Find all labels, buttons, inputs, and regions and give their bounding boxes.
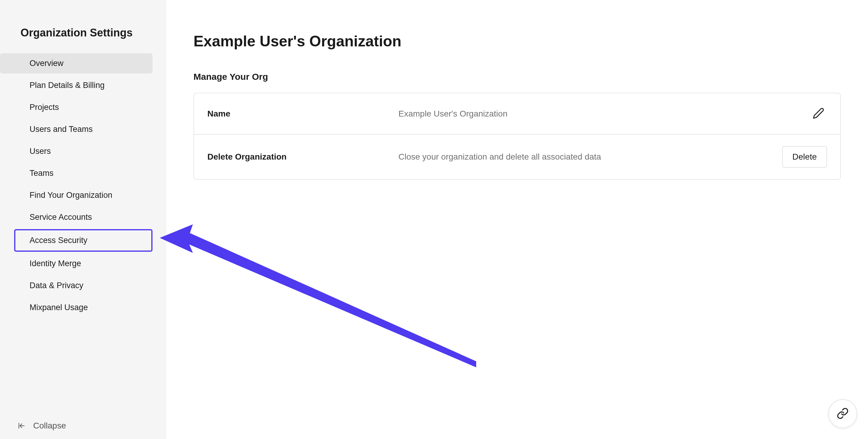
sidebar-item-users[interactable]: Users	[0, 141, 153, 161]
sidebar-title: Organization Settings	[0, 0, 166, 53]
sidebar-item-mixpanel-usage[interactable]: Mixpanel Usage	[0, 298, 153, 318]
collapse-icon	[18, 421, 26, 430]
sidebar-item-identity-merge[interactable]: Identity Merge	[0, 254, 153, 274]
delete-action: Delete	[782, 146, 827, 168]
sidebar-item-label: Service Accounts	[30, 212, 92, 222]
sidebar-item-label: Projects	[30, 103, 59, 112]
sidebar-item-users-teams[interactable]: Users and Teams	[0, 119, 153, 139]
sidebar-item-access-security[interactable]: Access Security	[14, 229, 153, 252]
sidebar-item-label: Identity Merge	[30, 259, 81, 268]
link-icon	[837, 407, 849, 420]
name-action	[810, 105, 827, 123]
sidebar-item-teams[interactable]: Teams	[0, 163, 153, 183]
sidebar-item-find-org[interactable]: Find Your Organization	[0, 185, 153, 205]
sidebar: Organization Settings Overview Plan Deta…	[0, 0, 166, 439]
sidebar-item-label: Plan Details & Billing	[30, 81, 104, 90]
sidebar-item-label: Mixpanel Usage	[30, 303, 88, 312]
sidebar-nav: Overview Plan Details & Billing Projects…	[0, 53, 166, 318]
sidebar-item-data-privacy[interactable]: Data & Privacy	[0, 275, 153, 296]
collapse-label: Collapse	[33, 421, 66, 431]
main-content: Example User's Organization Manage Your …	[166, 0, 868, 439]
delete-button[interactable]: Delete	[782, 146, 827, 168]
page-title: Example User's Organization	[193, 33, 841, 50]
sidebar-item-overview[interactable]: Overview	[0, 53, 153, 73]
sidebar-item-service-accounts[interactable]: Service Accounts	[0, 207, 153, 227]
collapse-button[interactable]: Collapse	[0, 412, 166, 439]
link-fab-button[interactable]	[828, 399, 857, 428]
edit-name-button[interactable]	[810, 105, 827, 123]
name-row: Name Example User's Organization	[194, 93, 840, 135]
sidebar-item-plan-billing[interactable]: Plan Details & Billing	[0, 75, 153, 96]
sidebar-item-projects[interactable]: Projects	[0, 97, 153, 117]
name-value: Example User's Organization	[398, 109, 810, 119]
pencil-icon	[812, 107, 825, 120]
section-title: Manage Your Org	[193, 72, 841, 82]
delete-label: Delete Organization	[207, 152, 398, 162]
sidebar-item-label: Users and Teams	[30, 125, 93, 134]
manage-org-panel: Name Example User's Organization Delete …	[193, 93, 841, 180]
sidebar-item-label: Overview	[30, 59, 64, 68]
sidebar-item-label: Find Your Organization	[30, 191, 113, 200]
sidebar-item-label: Users	[30, 147, 51, 156]
delete-description: Close your organization and delete all a…	[398, 152, 782, 162]
sidebar-item-label: Data & Privacy	[30, 281, 84, 290]
sidebar-item-label: Access Security	[30, 236, 87, 245]
delete-row: Delete Organization Close your organizat…	[194, 135, 840, 179]
sidebar-item-label: Teams	[30, 169, 54, 178]
name-label: Name	[207, 109, 398, 119]
